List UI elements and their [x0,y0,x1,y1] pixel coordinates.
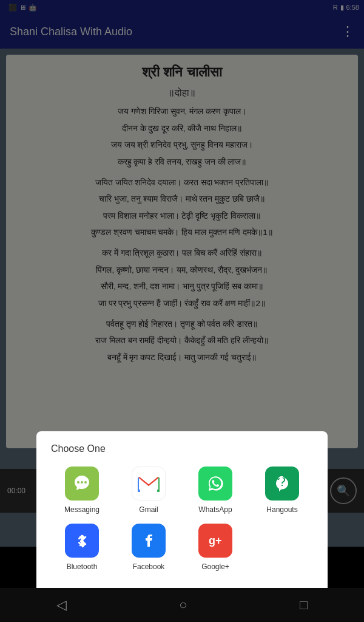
svg-point-2 [84,481,87,484]
grid-spacer [251,524,313,571]
share-messaging[interactable]: Messaging [51,466,113,514]
googleplus-icon: g+ [198,524,232,558]
googleplus-label: Google+ [201,562,229,571]
share-gmail[interactable]: Gmail [118,466,180,514]
share-grid-row2: Bluetooth Facebook g+ G [51,524,313,571]
gmail-label: Gmail [139,505,158,514]
whatsapp-icon [198,466,232,501]
facebook-label: Facebook [133,562,165,571]
share-hangouts[interactable]: Hangouts [251,466,313,514]
share-googleplus[interactable]: g+ Google+ [184,524,246,571]
svg-point-0 [77,481,79,484]
share-facebook[interactable]: Facebook [118,524,180,571]
hangouts-icon [265,466,299,501]
share-dialog: Choose One Messaging [36,431,328,588]
gmail-icon [132,466,166,501]
bluetooth-icon [65,524,99,558]
svg-text:g+: g+ [209,535,222,547]
share-whatsapp[interactable]: WhatsApp [184,466,246,514]
dialog-title: Choose One [51,443,313,454]
messaging-icon [65,466,99,501]
svg-point-1 [81,481,83,484]
share-dialog-overlay: Choose One Messaging [0,0,364,622]
hangouts-label: Hangouts [266,505,297,514]
whatsapp-label: WhatsApp [198,505,232,514]
bluetooth-label: Bluetooth [67,562,98,571]
messaging-label: Messaging [64,505,99,514]
share-bluetooth[interactable]: Bluetooth [51,524,113,571]
facebook-icon [132,524,166,558]
share-grid-row1: Messaging Gmail [51,466,313,514]
